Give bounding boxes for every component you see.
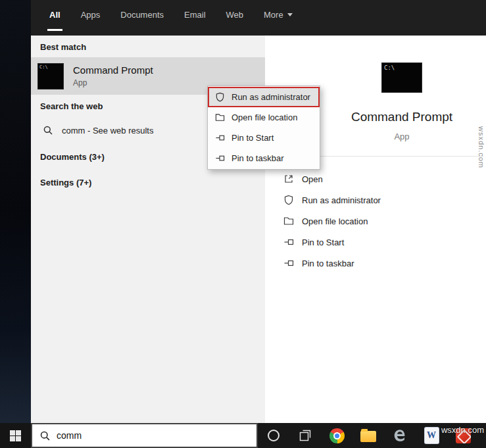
cortana-icon — [268, 430, 279, 441]
menu-item-label: Run as administrator — [231, 92, 310, 102]
best-match-header: Best match — [31, 36, 265, 57]
command-prompt-icon: C:\ — [37, 63, 64, 89]
tab-label: All — [49, 10, 61, 20]
context-menu-item-pin-to-start[interactable]: Pin to Start — [208, 128, 320, 148]
pin-icon — [283, 237, 294, 247]
web-search-suffix: - See web results — [85, 126, 153, 136]
search-icon — [39, 430, 51, 441]
word-icon — [425, 428, 439, 443]
watermark: wsxdn.com — [477, 126, 485, 168]
preview-subtitle: App — [291, 132, 486, 141]
action-pin-to-taskbar[interactable]: Pin to taskbar — [265, 253, 486, 274]
task-view-button[interactable] — [289, 423, 321, 448]
action-pin-to-start[interactable]: Pin to Start — [265, 232, 486, 253]
tab-email[interactable]: Email — [182, 0, 208, 31]
tab-label: Apps — [81, 10, 101, 20]
screen: All Apps Documents Email Web More Best m… — [0, 0, 486, 448]
action-run-as-administrator[interactable]: Run as administrator — [265, 189, 486, 211]
action-label: Open — [302, 174, 323, 184]
desktop-background — [0, 0, 31, 423]
edge-icon — [393, 428, 407, 443]
context-menu-item-pin-to-taskbar[interactable]: Pin to taskbar — [208, 148, 320, 168]
cortana-button[interactable] — [258, 423, 289, 448]
tab-label: Documents — [120, 10, 164, 20]
tab-more[interactable]: More — [262, 0, 295, 31]
context-menu-item-run-as-administrator[interactable]: Run as administrator — [208, 87, 320, 107]
folder-icon — [215, 112, 225, 122]
pin-icon — [215, 133, 225, 143]
taskbar — [0, 423, 486, 448]
open-icon — [283, 174, 294, 184]
folder-icon — [283, 216, 294, 226]
pin-icon — [215, 153, 225, 163]
preview-actions: Open Run as administrator Open file loca… — [265, 168, 486, 274]
chrome-button[interactable] — [321, 423, 352, 448]
tab-all[interactable]: All — [47, 0, 62, 31]
command-prompt-icon-text: C:\ — [384, 64, 395, 71]
shield-icon — [215, 92, 225, 102]
action-label: Pin to Start — [302, 237, 344, 247]
context-menu: Run as administrator Open file location … — [207, 86, 320, 170]
tab-web[interactable]: Web — [224, 0, 246, 31]
tab-documents[interactable]: Documents — [118, 0, 166, 31]
menu-item-label: Pin to taskbar — [231, 153, 284, 163]
start-button[interactable] — [0, 423, 31, 448]
file-explorer-button[interactable] — [352, 423, 384, 448]
tab-label: Web — [226, 10, 244, 20]
tab-label: Email — [184, 10, 206, 20]
action-open[interactable]: Open — [265, 168, 486, 189]
action-label: Open file location — [302, 216, 368, 226]
search-icon — [43, 125, 53, 136]
chevron-down-icon — [287, 13, 293, 16]
action-open-file-location[interactable]: Open file location — [265, 211, 486, 232]
tab-apps[interactable]: Apps — [79, 0, 103, 31]
command-prompt-icon-text: C:\ — [39, 64, 48, 70]
preview-header: C:\ Command Prompt App — [291, 62, 486, 141]
search-tabs-bar: All Apps Documents Email Web More — [31, 0, 486, 36]
task-view-icon — [299, 429, 312, 442]
taskbar-search[interactable] — [31, 423, 258, 448]
shield-icon — [283, 195, 294, 205]
tab-label: More — [264, 10, 283, 20]
action-label: Pin to taskbar — [302, 259, 354, 268]
action-label: Run as administrator — [302, 195, 381, 205]
pin-icon — [283, 258, 294, 268]
web-search-query: comm — [62, 126, 85, 136]
command-prompt-icon-large: C:\ — [381, 62, 422, 93]
watermark: wsxdn.com — [441, 425, 484, 435]
file-explorer-icon — [360, 431, 376, 442]
settings-section-header[interactable]: Settings (7+) — [31, 167, 265, 193]
web-search-label: comm - See web results — [62, 126, 153, 136]
windows-logo-icon — [10, 430, 21, 441]
best-match-title: Command Prompt — [73, 64, 153, 76]
preview-title: Command Prompt — [291, 110, 486, 124]
best-match-text: Command Prompt App — [73, 64, 153, 87]
edge-button[interactable] — [384, 423, 416, 448]
search-input[interactable] — [57, 430, 249, 441]
menu-item-label: Pin to Start — [231, 133, 274, 143]
context-menu-item-open-file-location[interactable]: Open file location — [208, 107, 320, 128]
best-match-subtitle: App — [73, 78, 153, 87]
chrome-icon — [329, 428, 345, 443]
menu-item-label: Open file location — [231, 112, 297, 122]
